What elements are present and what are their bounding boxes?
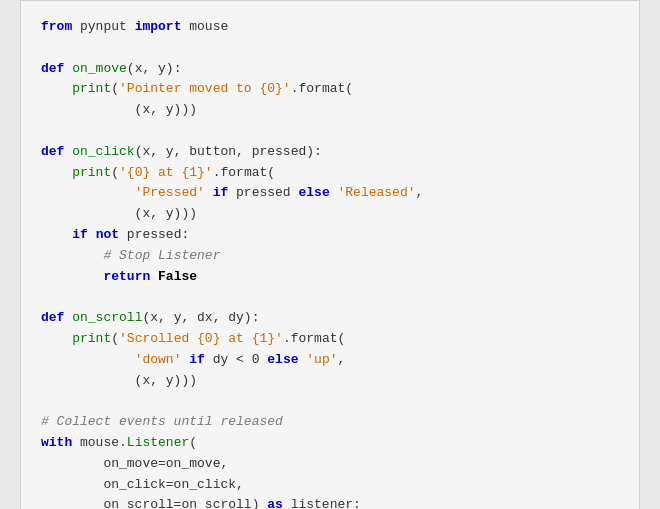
code-line-17: 'down' if dy < 0 else 'up', [41,350,619,371]
code-line-empty-3 [41,287,619,308]
code-line-18: (x, y))) [41,371,619,392]
code-line-12: # Stop Listener [41,246,619,267]
code-line-5: (x, y))) [41,100,619,121]
code-line-8: print('{0} at {1}'.format( [41,163,619,184]
code-line-empty-2 [41,121,619,142]
code-line-22: on_move=on_move, [41,454,619,475]
code-line-9: 'Pressed' if pressed else 'Released', [41,183,619,204]
code-line-23: on_click=on_click, [41,475,619,496]
code-line-4: print('Pointer moved to {0}'.format( [41,79,619,100]
code-line-1: from pynput import mouse [41,17,619,38]
code-line-15: def on_scroll(x, y, dx, dy): [41,308,619,329]
code-block: from pynput import mouse def on_move(x, … [20,0,640,509]
code-line-3: def on_move(x, y): [41,59,619,80]
code-line-21: with mouse.Listener( [41,433,619,454]
code-line-empty-4 [41,391,619,412]
code-line-empty-1 [41,38,619,59]
code-line-7: def on_click(x, y, button, pressed): [41,142,619,163]
code-line-16: print('Scrolled {0} at {1}'.format( [41,329,619,350]
code-line-13: return False [41,267,619,288]
code-line-20: # Collect events until released [41,412,619,433]
code-line-10: (x, y))) [41,204,619,225]
code-line-11: if not pressed: [41,225,619,246]
code-line-24: on_scroll=on_scroll) as listener: [41,495,619,509]
